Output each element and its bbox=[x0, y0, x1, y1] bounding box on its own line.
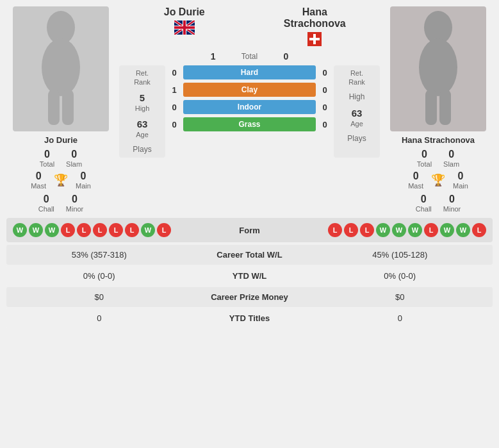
left-chall-box: 0 Chall bbox=[38, 194, 54, 213]
left-slam-box: 0 Slam bbox=[66, 149, 82, 168]
right-mast-box: 0 Mast bbox=[408, 170, 423, 190]
hard-badge: Hard bbox=[183, 65, 316, 79]
form-badge-left: W bbox=[45, 223, 59, 237]
right-chall-box: 0 Chall bbox=[416, 194, 432, 213]
form-badge-left: L bbox=[125, 223, 139, 237]
total-label: Total bbox=[221, 52, 279, 61]
right-slam-label: Slam bbox=[443, 160, 459, 168]
left-main-box: 0 Main bbox=[76, 170, 91, 190]
left-high-value: 5 bbox=[140, 92, 145, 103]
total-row: 1 Total 0 bbox=[119, 51, 380, 62]
right-mast-value: 0 bbox=[413, 170, 419, 182]
left-total-value: 0 bbox=[44, 149, 50, 160]
right-high-label: High bbox=[349, 92, 365, 101]
form-badge-right: L bbox=[328, 223, 342, 237]
left-total-score: 1 bbox=[119, 51, 216, 62]
left-mast-label: Mast bbox=[31, 182, 46, 190]
form-left: WWWLLLLLWL bbox=[13, 223, 218, 237]
grass-badge: Grass bbox=[183, 117, 316, 131]
stats-right-val: 0 bbox=[314, 313, 487, 323]
left-stats-row3: 0 Chall 0 Minor bbox=[38, 194, 84, 213]
stats-center-label: Career Prize Money bbox=[186, 292, 314, 302]
surface-indoor-row: 0 Indoor 0 bbox=[169, 100, 330, 114]
svg-point-1 bbox=[42, 38, 80, 96]
grass-right-score: 0 bbox=[320, 120, 330, 129]
left-rank-label: Rank bbox=[134, 78, 151, 86]
left-minor-label: Minor bbox=[66, 205, 84, 213]
stats-table-row: 53% (357-318) Career Total W/L 45% (105-… bbox=[6, 245, 493, 265]
left-main-value: 0 bbox=[80, 170, 86, 182]
left-slam-value: 0 bbox=[71, 149, 77, 160]
stats-table-row: 0 YTD Titles 0 bbox=[6, 308, 493, 328]
form-badge-left: W bbox=[29, 223, 43, 237]
stats-table-row: $0 Career Prize Money $0 bbox=[6, 287, 493, 307]
right-slam-value: 0 bbox=[448, 149, 454, 160]
right-chall-value: 0 bbox=[421, 194, 427, 205]
stats-center-label: YTD Titles bbox=[186, 313, 314, 323]
right-total-label: Total bbox=[417, 160, 432, 168]
stats-left-val: $0 bbox=[13, 292, 186, 302]
stats-right-val: 0% (0-0) bbox=[314, 271, 487, 281]
surface-hard-row: 0 Hard 0 bbox=[169, 65, 330, 79]
left-chall-value: 0 bbox=[44, 194, 49, 205]
svg-point-9 bbox=[419, 38, 457, 96]
form-badge-right: W bbox=[440, 223, 454, 237]
panels-and-surfaces: Ret. Rank 5 High 63 Age Plays 0 Hard 0 bbox=[119, 65, 380, 158]
surface-grass-row: 0 Grass 0 bbox=[169, 117, 330, 131]
top-section: Jo Durie 0 Total 0 Slam 0 Mast 🏆 0 bbox=[0, 0, 499, 213]
left-slam-label: Slam bbox=[66, 160, 82, 168]
indoor-right-score: 0 bbox=[320, 103, 330, 112]
right-trophy-icon: 🏆 bbox=[431, 173, 445, 187]
surface-section: 0 Hard 0 1 Clay 0 0 Indoor 0 bbox=[169, 65, 330, 158]
svg-rect-10 bbox=[425, 90, 437, 125]
right-player-photo bbox=[390, 6, 486, 131]
form-badge-left: L bbox=[93, 223, 107, 237]
right-stats-row3: 0 Chall 0 Minor bbox=[416, 194, 461, 213]
right-chall-label: Chall bbox=[416, 205, 432, 213]
form-right: LLLWWWLWWL bbox=[282, 223, 487, 237]
right-rank-label: Rank bbox=[348, 78, 365, 86]
left-mast-box: 0 Mast bbox=[31, 170, 46, 190]
clay-left-score: 1 bbox=[169, 85, 179, 95]
bottom-stats-section: 53% (357-318) Career Total W/L 45% (105-… bbox=[6, 245, 493, 328]
left-player-column: Jo Durie 0 Total 0 Slam 0 Mast 🏆 0 bbox=[6, 6, 115, 213]
surface-clay-row: 1 Clay 0 bbox=[169, 83, 330, 97]
right-slam-box: 0 Slam bbox=[443, 149, 459, 168]
left-stats-row2: 0 Mast 🏆 0 Main bbox=[31, 170, 91, 190]
left-player-photo bbox=[13, 6, 109, 131]
svg-rect-7 bbox=[309, 38, 320, 40]
left-ret-label: Ret. bbox=[136, 69, 149, 77]
form-badge-left: L bbox=[157, 223, 171, 237]
stats-left-val: 0% (0-0) bbox=[13, 271, 186, 281]
stats-left-val: 0 bbox=[13, 313, 186, 323]
uk-flag-icon bbox=[174, 21, 195, 35]
form-badge-right: W bbox=[456, 223, 470, 237]
clay-right-score: 0 bbox=[320, 85, 330, 95]
right-ret-label: Ret. bbox=[350, 69, 363, 77]
left-center-name: Jo Durie bbox=[119, 6, 250, 18]
left-stats-row1: 0 Total 0 Slam bbox=[40, 149, 82, 168]
form-section: WWWLLLLLWL Form LLLWWWLWWL bbox=[6, 218, 493, 242]
right-main-label: Main bbox=[453, 182, 468, 190]
form-badge-left: L bbox=[61, 223, 75, 237]
left-player-silhouette bbox=[29, 10, 93, 128]
form-badge-right: L bbox=[424, 223, 438, 237]
right-age-label: Age bbox=[350, 120, 363, 128]
stats-left-val: 53% (357-318) bbox=[13, 250, 186, 260]
right-main-value: 0 bbox=[457, 170, 463, 182]
left-trophy-icon: 🏆 bbox=[54, 173, 68, 187]
hard-right-score: 0 bbox=[320, 68, 330, 78]
left-flag-row bbox=[119, 21, 250, 35]
left-player-heading: Jo Durie bbox=[119, 6, 250, 50]
right-total-value: 0 bbox=[421, 149, 427, 160]
right-total-score: 0 bbox=[284, 51, 380, 62]
left-minor-box: 0 Minor bbox=[66, 194, 84, 213]
left-plays-label: Plays bbox=[133, 145, 151, 154]
right-minor-box: 0 Minor bbox=[443, 194, 461, 213]
form-badge-right: W bbox=[376, 223, 390, 237]
clay-badge: Clay bbox=[183, 83, 316, 97]
left-small-panel: Ret. Rank 5 High 63 Age Plays bbox=[119, 65, 165, 158]
left-total-box: 0 Total bbox=[40, 149, 54, 168]
form-badge-right: L bbox=[472, 223, 486, 237]
left-main-label: Main bbox=[76, 182, 91, 190]
